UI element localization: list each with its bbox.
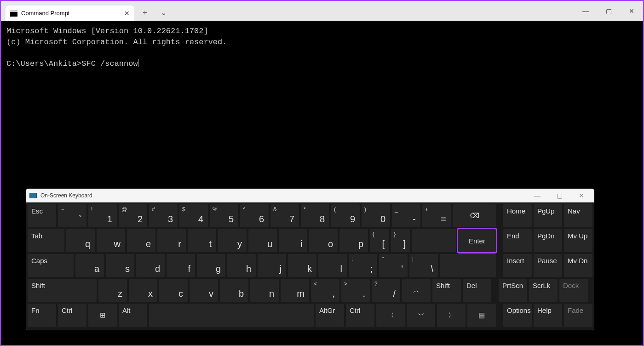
key-right[interactable]: 〉 <box>437 304 466 327</box>
key-pgup[interactable]: PgUp <box>534 204 562 227</box>
key-2[interactable]: @2 <box>119 204 147 227</box>
key-options[interactable]: Options <box>503 304 532 327</box>
key-h[interactable]: h <box>227 254 256 277</box>
key-q[interactable]: q <box>66 229 95 252</box>
osk-minimize-button[interactable]: — <box>528 192 546 199</box>
key-tab[interactable]: Tab <box>28 229 64 252</box>
key-del[interactable]: Del <box>463 279 491 302</box>
key-caps[interactable]: Caps <box>28 254 74 277</box>
key-down[interactable]: ﹀ <box>407 304 435 327</box>
key-n[interactable]: n <box>250 279 279 302</box>
osk-titlebar[interactable]: On-Screen Keyboard — ▢ ✕ <box>26 189 594 202</box>
key-][interactable]: }] <box>391 229 410 252</box>
key-u[interactable]: u <box>248 229 277 252</box>
tab-close-icon[interactable]: ✕ <box>124 10 130 17</box>
key-1[interactable]: !1 <box>88 204 117 227</box>
key-p[interactable]: p <box>339 229 368 252</box>
tab-command-prompt[interactable]: Command Prompt ✕ <box>6 6 134 21</box>
key-prtscn[interactable]: PrtScn <box>499 279 527 302</box>
key-left[interactable]: 〈 <box>376 304 405 327</box>
window-controls: — ▢ ✕ <box>574 1 643 21</box>
key-pgdn[interactable]: PgDn <box>534 229 562 252</box>
key-end[interactable]: End <box>503 229 532 252</box>
key-altgr[interactable]: AltGr <box>316 304 344 327</box>
backspace-icon: ⌫ <box>470 212 479 220</box>
key-scrlk[interactable]: ScrLk <box>529 279 558 302</box>
terminal-prompt: C:\Users\Ankita> <box>6 59 81 68</box>
key-mvdn[interactable]: Mv Dn <box>564 254 592 277</box>
key-o[interactable]: o <box>309 229 338 252</box>
key-z[interactable]: z <box>98 279 127 302</box>
osk-close-button[interactable]: ✕ <box>572 192 591 199</box>
key-t[interactable]: t <box>188 229 216 252</box>
down-arrow-icon: ﹀ <box>418 311 425 320</box>
key-4[interactable]: $4 <box>179 204 208 227</box>
key-enter[interactable]: Enter <box>458 229 496 252</box>
key-6[interactable]: ^6 <box>240 204 269 227</box>
key-insert[interactable]: Insert <box>503 254 532 277</box>
key-j[interactable]: j <box>258 254 286 277</box>
key-3[interactable]: #3 <box>149 204 178 227</box>
key-space[interactable] <box>149 304 314 327</box>
key-mvup[interactable]: Mv Up <box>564 229 592 252</box>
key-y[interactable]: y <box>218 229 247 252</box>
key-v[interactable]: v <box>190 279 218 302</box>
key-\[interactable]: |\ <box>409 254 438 277</box>
key-fn[interactable]: Fn <box>28 304 56 327</box>
key-=[interactable]: += <box>422 204 451 227</box>
windows-icon: ⊞ <box>100 311 106 319</box>
minimize-button[interactable]: — <box>574 1 597 21</box>
tab-dropdown-button[interactable]: ⌄ <box>155 5 171 21</box>
key-up[interactable]: ︿ <box>402 279 431 302</box>
key-shift-right[interactable]: Shift <box>432 279 461 302</box>
key-e[interactable]: e <box>127 229 155 252</box>
key-l[interactable]: l <box>318 254 347 277</box>
osk-maximize-button[interactable]: ▢ <box>550 192 569 199</box>
key-w[interactable]: w <box>97 229 125 252</box>
key-blank[interactable] <box>440 254 496 277</box>
maximize-button[interactable]: ▢ <box>597 1 620 21</box>
key-,[interactable]: <, <box>311 279 339 302</box>
key-7[interactable]: &7 <box>270 204 299 227</box>
key-c[interactable]: c <box>159 279 188 302</box>
key-i[interactable]: i <box>279 229 307 252</box>
key-help[interactable]: Help <box>534 304 562 327</box>
key-a[interactable]: a <box>75 254 104 277</box>
key--[interactable]: _- <box>392 204 420 227</box>
key-ctrl-right[interactable]: Ctrl <box>346 304 374 327</box>
close-button[interactable]: ✕ <box>620 1 643 21</box>
key-/[interactable]: ?/ <box>372 279 400 302</box>
key-'[interactable]: "' <box>379 254 408 277</box>
key-k[interactable]: k <box>288 254 316 277</box>
key-shift-left[interactable]: Shift <box>28 279 97 302</box>
key-menu[interactable]: ▤ <box>467 304 496 327</box>
key-alt-left[interactable]: Alt <box>119 304 147 327</box>
key-ctrl-left[interactable]: Ctrl <box>58 304 86 327</box>
key-m[interactable]: m <box>281 279 309 302</box>
key-0[interactable]: )0 <box>362 204 390 227</box>
key-;[interactable]: :; <box>349 254 377 277</box>
key-s[interactable]: s <box>106 254 134 277</box>
key-backspace[interactable]: ⌫ <box>453 204 496 227</box>
key-dock[interactable]: Dock <box>559 279 588 302</box>
key-g[interactable]: g <box>197 254 225 277</box>
key-fade[interactable]: Fade <box>564 304 592 327</box>
key-d[interactable]: d <box>136 254 165 277</box>
key-blank[interactable] <box>412 229 456 252</box>
key-9[interactable]: (9 <box>331 204 360 227</box>
key-r[interactable]: r <box>157 229 186 252</box>
key-b[interactable]: b <box>220 279 248 302</box>
new-tab-button[interactable]: ＋ <box>137 5 153 21</box>
key-nav[interactable]: Nav <box>564 204 592 227</box>
key-f[interactable]: f <box>167 254 195 277</box>
key-8[interactable]: *8 <box>301 204 329 227</box>
key-x[interactable]: x <box>129 279 157 302</box>
key-win[interactable]: ⊞ <box>88 304 117 327</box>
key-[[interactable]: {[ <box>370 229 389 252</box>
key-5[interactable]: %5 <box>210 204 238 227</box>
key-.[interactable]: >. <box>341 279 370 302</box>
key-pause[interactable]: Pause <box>534 254 562 277</box>
key-esc[interactable]: Esc <box>28 204 56 227</box>
key-home[interactable]: Home <box>503 204 532 227</box>
key-`[interactable]: ~` <box>58 204 86 227</box>
